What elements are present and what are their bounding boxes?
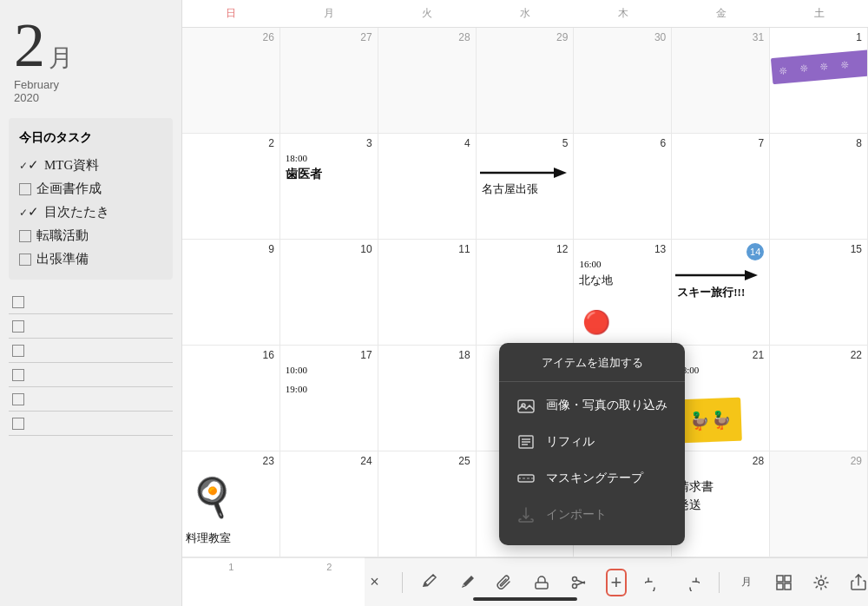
pencil-button[interactable]: [420, 569, 440, 596]
date-label: 16: [262, 349, 273, 361]
table-row[interactable]: 16: [182, 346, 280, 451]
date-label: 17: [360, 349, 372, 361]
date-label: 7: [758, 137, 764, 149]
settings-button[interactable]: [811, 569, 831, 596]
popup-item-photo[interactable]: 画像・写真の取り込み: [499, 387, 685, 424]
table-row[interactable]: 29: [477, 28, 575, 134]
pen-button[interactable]: [457, 569, 477, 596]
table-row[interactable]: 4: [378, 134, 477, 240]
list-item: 出張準備: [19, 247, 162, 271]
table-row[interactable]: 29: [770, 451, 868, 557]
check-box: [19, 183, 31, 195]
popup-item-import: インポート: [499, 497, 685, 533]
note-text: スキー旅行!!!: [677, 285, 745, 300]
table-row[interactable]: 23 🍳 料理教室: [182, 451, 280, 557]
table-row[interactable]: 17 10:00 19:00: [280, 346, 378, 451]
table-row[interactable]: 2: [182, 134, 280, 240]
share-button[interactable]: [848, 569, 868, 596]
note-text: 北な地: [579, 273, 613, 288]
undo-button[interactable]: [644, 569, 664, 596]
popup-item-refill[interactable]: リフィル: [499, 424, 685, 460]
todo-title: 今日のタスク: [19, 127, 162, 148]
table-row[interactable]: 22: [770, 346, 868, 451]
table-row[interactable]: 25: [378, 451, 477, 557]
calendar: 日 月 火 水 木 金 土 26 27 28 29 30 31 1: [182, 0, 868, 606]
svg-rect-4: [536, 583, 548, 589]
table-row[interactable]: 5 名古屋出張: [477, 134, 575, 240]
check-box: [19, 254, 31, 266]
table-row[interactable]: 26: [182, 28, 280, 134]
svg-point-6: [572, 583, 576, 588]
dow-wednesday: 水: [477, 0, 575, 27]
table-row[interactable]: 1 ❊ ❊ ❊ ❊: [770, 28, 868, 134]
date-label: 2: [268, 137, 274, 149]
date-label: 31: [753, 31, 764, 43]
note-time: 10:00: [286, 365, 307, 375]
arrow-decoration: [675, 264, 763, 287]
date-label: 26: [262, 31, 273, 43]
separator: [402, 572, 403, 593]
table-row[interactable]: 27: [280, 28, 378, 134]
popup-divider: [499, 381, 685, 382]
eraser-icon: [533, 574, 550, 591]
table-row[interactable]: 11: [378, 240, 477, 346]
table-row[interactable]: 30: [574, 28, 672, 134]
svg-rect-11: [777, 583, 783, 590]
date-label: 9: [268, 243, 274, 255]
check-box: [12, 296, 24, 308]
date-label: 1: [856, 31, 862, 43]
table-row[interactable]: 14 スキー旅行!!!: [672, 240, 770, 346]
dow-monday: 月: [280, 0, 378, 27]
list-item: ✓ MTG資料: [19, 154, 162, 177]
table-row[interactable]: 6: [574, 134, 672, 240]
date-label: 18: [458, 349, 470, 361]
table-row[interactable]: 13 16:00 北な地 🔴: [574, 240, 672, 346]
check-box: [12, 345, 24, 357]
check-icon: ✓: [19, 201, 39, 224]
clip-button[interactable]: [494, 569, 514, 596]
eraser-button[interactable]: [531, 569, 551, 596]
check-box: [12, 418, 24, 430]
dow-sunday: 日: [182, 0, 280, 27]
table-row[interactable]: 24: [280, 451, 378, 557]
empty-row: [9, 412, 173, 436]
todo-text: 目次たたき: [44, 201, 109, 224]
sidebar-header: 2 月 February 2020: [0, 0, 181, 108]
redo-icon: [682, 574, 700, 591]
table-row[interactable]: 12: [477, 240, 575, 346]
redo-button[interactable]: [681, 569, 701, 596]
table-row[interactable]: 7: [672, 134, 770, 240]
popup-item-masking[interactable]: マスキングテープ: [499, 460, 685, 497]
close-button[interactable]: ×: [365, 569, 385, 596]
date-label: 29: [851, 455, 862, 467]
date-label: 13: [654, 243, 666, 255]
todo-text: MTG資料: [44, 154, 99, 177]
table-row[interactable]: 10: [280, 240, 378, 346]
table-row[interactable]: 9: [182, 240, 280, 346]
grid-view-button[interactable]: [773, 569, 793, 596]
table-row[interactable]: 28 請求書発送: [672, 451, 770, 557]
table-row[interactable]: 8: [770, 134, 868, 240]
svg-rect-12: [785, 583, 791, 590]
date-label: 30: [654, 31, 666, 43]
dow-saturday: 土: [770, 0, 868, 27]
check-box: [12, 320, 24, 333]
table-row[interactable]: 15: [770, 240, 868, 346]
popup-item-label: リフィル: [546, 434, 595, 450]
add-button[interactable]: +: [606, 569, 627, 596]
table-row[interactable]: 28: [378, 28, 477, 134]
empty-row: [9, 290, 173, 314]
bottom-date: 1: [182, 558, 280, 575]
month-view-button[interactable]: 月: [736, 569, 756, 596]
date-label: 22: [851, 349, 862, 361]
table-row[interactable]: 3 18:00 歯医者: [280, 134, 378, 240]
note-time-2: 19:00: [286, 384, 307, 394]
popup-item-label: マスキングテープ: [546, 471, 643, 486]
table-row[interactable]: 21 18:00 🦆🦆: [672, 346, 770, 451]
table-row[interactable]: 18: [378, 346, 477, 451]
date-label: 3: [366, 137, 372, 149]
scissors-button[interactable]: [569, 569, 589, 596]
date-label: 25: [458, 455, 470, 467]
table-row[interactable]: 31: [672, 28, 770, 134]
add-item-popup: アイテムを追加する 画像・写真の取り込み リフィル マスキングテープ インポート: [499, 343, 685, 545]
